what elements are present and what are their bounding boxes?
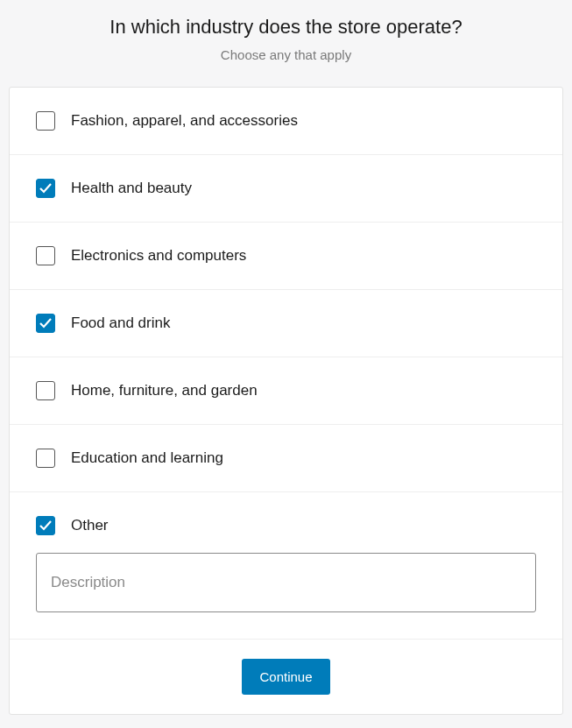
- option-label: Other: [71, 517, 109, 534]
- checkbox-food[interactable]: [36, 314, 55, 333]
- check-icon: [39, 519, 53, 533]
- option-label: Food and drink: [71, 315, 170, 332]
- page-subtitle: Choose any that apply: [0, 47, 572, 62]
- option-label: Education and learning: [71, 449, 223, 467]
- option-label: Fashion, apparel, and accessories: [71, 112, 298, 130]
- checkbox-health[interactable]: [36, 179, 55, 198]
- check-icon: [39, 181, 53, 195]
- continue-button[interactable]: Continue: [242, 659, 329, 695]
- option-other[interactable]: Other: [36, 516, 536, 535]
- options-card: Fashion, apparel, and accessories Health…: [9, 87, 563, 715]
- checkbox-fashion[interactable]: [36, 111, 55, 131]
- card-footer: Continue: [10, 639, 562, 714]
- option-home[interactable]: Home, furniture, and garden: [10, 357, 562, 425]
- description-input[interactable]: [36, 553, 536, 612]
- checkbox-electronics[interactable]: [36, 246, 55, 265]
- checkbox-other[interactable]: [36, 516, 55, 535]
- form-header: In which industry does the store operate…: [0, 16, 572, 62]
- check-icon: [39, 316, 53, 330]
- option-other-section: Other: [10, 492, 562, 639]
- checkbox-home[interactable]: [36, 381, 55, 400]
- option-health[interactable]: Health and beauty: [10, 155, 562, 223]
- option-education[interactable]: Education and learning: [10, 425, 562, 492]
- option-label: Electronics and computers: [71, 247, 246, 265]
- option-label: Health and beauty: [71, 180, 192, 197]
- option-electronics[interactable]: Electronics and computers: [10, 223, 562, 290]
- option-label: Home, furniture, and garden: [71, 382, 258, 399]
- checkbox-education[interactable]: [36, 449, 55, 468]
- option-food[interactable]: Food and drink: [10, 290, 562, 357]
- page-title: In which industry does the store operate…: [0, 16, 572, 39]
- option-fashion[interactable]: Fashion, apparel, and accessories: [10, 88, 562, 155]
